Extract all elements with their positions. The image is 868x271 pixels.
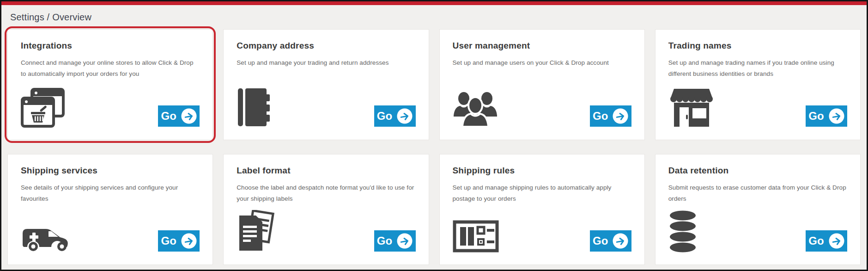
card-description: Set up and manage your trading and retur… <box>237 57 415 68</box>
card-title: Label format <box>237 166 415 176</box>
card-description: Set up and manage users on your Click & … <box>453 57 631 68</box>
card-shipping-services[interactable]: Shipping services See details of your sh… <box>7 154 213 265</box>
card-title: Trading names <box>668 41 847 51</box>
page-frame: Settings / Overview Integrations Connect… <box>0 0 868 271</box>
card-description: Set up and manage trading names if you t… <box>668 57 847 80</box>
online-stores-icon <box>21 88 67 128</box>
address-book-icon <box>237 87 273 128</box>
card-description: Choose the label and despatch note forma… <box>237 182 415 204</box>
go-button[interactable]: Go <box>590 105 631 127</box>
card-description: See details of your shipping services an… <box>21 182 200 204</box>
go-button[interactable]: Go <box>590 230 631 252</box>
card-footer: Go <box>237 210 415 253</box>
card-integrations[interactable]: Integrations Connect and manage your onl… <box>7 29 213 140</box>
arrow-right-icon <box>397 108 413 124</box>
go-button-label: Go <box>808 110 824 123</box>
card-footer: Go <box>21 88 200 128</box>
card-description: Submit requests to erase customer data f… <box>668 182 847 204</box>
card-title: Company address <box>237 41 415 51</box>
arrow-right-icon <box>181 108 197 124</box>
card-footer: Go <box>21 217 200 253</box>
card-trading-names[interactable]: Trading names Set up and manage trading … <box>655 29 861 140</box>
card-user-management[interactable]: User management Set up and manage users … <box>439 29 645 140</box>
card-title: Integrations <box>21 41 200 51</box>
arrow-right-icon <box>829 233 844 249</box>
go-button[interactable]: Go <box>158 230 200 252</box>
go-button-label: Go <box>808 234 824 247</box>
go-button[interactable]: Go <box>806 105 847 127</box>
go-button[interactable]: Go <box>158 105 200 127</box>
card-company-address[interactable]: Company address Set up and manage your t… <box>223 29 429 140</box>
card-footer: Go <box>668 87 847 128</box>
top-red-bar <box>1 1 867 5</box>
card-data-retention[interactable]: Data retention Submit requests to erase … <box>655 154 861 265</box>
go-button-label: Go <box>593 234 608 247</box>
storefront-icon <box>668 87 715 128</box>
go-button-label: Go <box>377 110 392 123</box>
card-title: User management <box>453 41 631 51</box>
card-footer: Go <box>668 210 847 253</box>
arrow-right-icon <box>613 233 628 249</box>
card-label-format[interactable]: Label format Choose the label and despat… <box>223 154 429 265</box>
go-button[interactable]: Go <box>374 105 416 127</box>
go-button-label: Go <box>377 234 392 247</box>
card-footer: Go <box>453 220 631 253</box>
card-footer: Go <box>237 87 415 128</box>
database-icon <box>668 210 697 253</box>
card-footer: Go <box>453 87 631 128</box>
arrow-right-icon <box>181 233 197 249</box>
card-description: Connect and manage your online stores to… <box>21 57 200 80</box>
go-button-label: Go <box>161 110 176 123</box>
go-button[interactable]: Go <box>374 230 416 252</box>
card-description: Set up and manage shipping rules to auto… <box>453 182 631 204</box>
arrow-right-icon <box>613 108 628 124</box>
rules-board-icon <box>453 220 499 253</box>
card-title: Shipping services <box>21 166 200 176</box>
documents-icon <box>237 210 277 253</box>
go-button[interactable]: Go <box>806 230 847 252</box>
card-title: Shipping rules <box>453 166 631 176</box>
card-title: Data retention <box>668 166 847 176</box>
card-shipping-rules[interactable]: Shipping rules Set up and manage shippin… <box>439 154 645 265</box>
arrow-right-icon <box>397 233 413 249</box>
delivery-van-icon <box>21 217 73 253</box>
go-button-label: Go <box>593 110 608 123</box>
breadcrumb: Settings / Overview <box>1 5 867 29</box>
arrow-right-icon <box>829 108 844 124</box>
cards-grid: Integrations Connect and manage your onl… <box>1 29 867 271</box>
users-icon <box>453 87 498 128</box>
go-button-label: Go <box>161 234 176 247</box>
